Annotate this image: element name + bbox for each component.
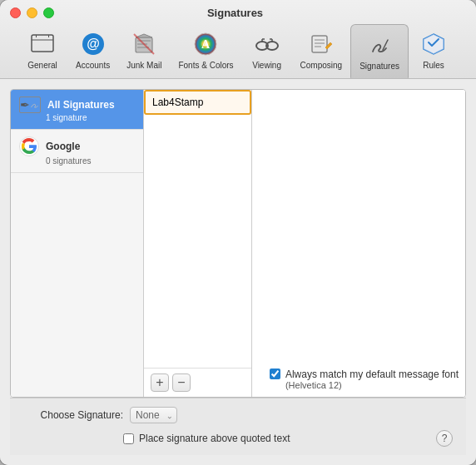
- window-controls: [10, 7, 54, 18]
- place-above-label[interactable]: Place signature above quoted text: [139, 433, 290, 444]
- svg-rect-21: [312, 36, 327, 52]
- google-name: Google: [46, 141, 80, 152]
- signature-name: Lab4Stamp: [152, 96, 203, 108]
- footer: Choose Signature: None Place signature a…: [10, 398, 466, 455]
- close-button[interactable]: [10, 7, 21, 18]
- choose-signature-row: Choose Signature: None: [23, 407, 453, 423]
- all-signatures-count: 1 signature: [46, 113, 135, 122]
- place-signature-row: Place signature above quoted text ?: [23, 430, 453, 447]
- composing-label: Composing: [300, 61, 343, 70]
- svg-text:@: @: [87, 37, 100, 51]
- toolbar-item-fontscolors[interactable]: A Fonts & Colors: [170, 24, 241, 78]
- title-bar-top: Signatures: [10, 7, 466, 19]
- help-button[interactable]: ?: [436, 430, 453, 447]
- svg-marker-7: [136, 34, 152, 37]
- signature-preview: [259, 96, 459, 362]
- preview-options: Always match my default message font (He…: [259, 362, 459, 390]
- viewing-label: Viewing: [252, 61, 281, 70]
- preview-column: Always match my default message font (He…: [252, 90, 465, 397]
- always-match-label-group: Always match my default message font (He…: [285, 369, 459, 390]
- toolbar-item-general[interactable]: General: [17, 24, 67, 78]
- toolbar-item-viewing[interactable]: Viewing: [242, 24, 292, 78]
- minimize-button[interactable]: [27, 7, 37, 18]
- accounts-icon: @: [78, 29, 108, 59]
- choose-signature-label: Choose Signature:: [23, 409, 123, 421]
- signatures-column: Lab4Stamp + −: [144, 90, 252, 397]
- signatures-icon: [364, 30, 394, 60]
- google-icon: [19, 136, 39, 156]
- composing-icon: [306, 29, 336, 59]
- toolbar: General @ Accounts: [14, 24, 462, 78]
- svg-text:A: A: [201, 38, 211, 51]
- general-icon: [27, 29, 57, 59]
- google-count: 0 signatures: [46, 156, 135, 166]
- add-signature-button[interactable]: +: [151, 373, 169, 392]
- rules-icon: [419, 29, 449, 59]
- title-bar: Signatures General: [0, 0, 476, 79]
- svg-rect-2: [48, 35, 49, 37]
- signatures-list: Lab4Stamp: [144, 90, 251, 368]
- always-match-label[interactable]: Always match my default message font: [285, 369, 459, 380]
- always-match-checkbox[interactable]: [270, 369, 280, 379]
- all-signatures-icon: [19, 96, 41, 113]
- toolbar-item-rules[interactable]: Rules: [409, 24, 459, 78]
- account-item-all-header: All Signatures: [19, 96, 135, 113]
- columns-container: All Signatures 1 signature: [10, 89, 466, 398]
- main-content: All Signatures 1 signature: [0, 79, 476, 465]
- fontscolors-label: Fonts & Colors: [178, 61, 233, 70]
- svg-rect-0: [32, 35, 53, 52]
- junkmail-label: Junk Mail: [126, 61, 161, 70]
- signature-select[interactable]: None: [130, 407, 177, 423]
- maximize-button[interactable]: [43, 7, 54, 18]
- account-item-google-header: Google: [19, 136, 135, 156]
- signatures-list-bottom: + −: [144, 368, 251, 397]
- viewing-icon: [252, 29, 282, 59]
- svg-rect-1: [36, 35, 37, 37]
- always-match-sub: (Helvetica 12): [285, 380, 459, 390]
- junkmail-icon: [129, 29, 159, 59]
- signature-item-lab4stamp[interactable]: Lab4Stamp: [144, 90, 251, 115]
- accounts-label: Accounts: [76, 61, 110, 70]
- rules-label: Rules: [423, 61, 444, 70]
- toolbar-item-junkmail[interactable]: Junk Mail: [118, 24, 170, 78]
- signature-select-wrapper: None: [130, 407, 177, 423]
- toolbar-item-signatures[interactable]: Signatures: [350, 24, 409, 78]
- toolbar-item-accounts[interactable]: @ Accounts: [67, 24, 118, 78]
- signatures-window: Signatures General: [0, 0, 476, 465]
- place-above-checkbox[interactable]: [123, 433, 134, 444]
- signatures-label: Signatures: [359, 62, 399, 71]
- account-item-google[interactable]: Google 0 signatures: [11, 130, 143, 173]
- accounts-column: All Signatures 1 signature: [11, 90, 144, 397]
- always-match-row: Always match my default message font (He…: [270, 369, 459, 390]
- remove-signature-button[interactable]: −: [172, 373, 191, 392]
- fontscolors-icon: A: [191, 29, 221, 59]
- account-item-all[interactable]: All Signatures 1 signature: [11, 90, 143, 130]
- all-signatures-name: All Signatures: [47, 99, 115, 111]
- place-above-checkbox-row: Place signature above quoted text: [23, 433, 290, 444]
- window-title: Signatures: [54, 7, 416, 19]
- general-label: General: [27, 61, 57, 70]
- toolbar-item-composing[interactable]: Composing: [292, 24, 351, 78]
